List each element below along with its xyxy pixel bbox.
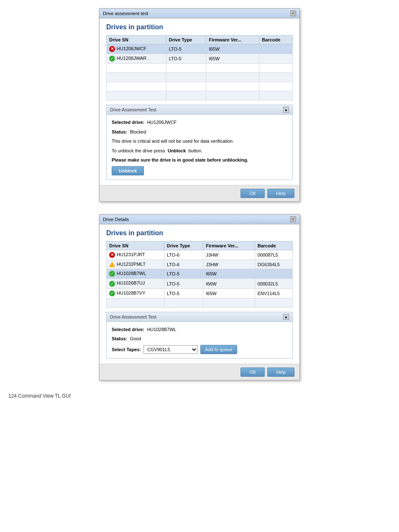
cell-sn: ✕HU1231PJRT [107,250,164,260]
table-row[interactable]: ✕HU1206JWCF LTO-5 I65W [107,44,293,54]
dialog2-titlebar: Drive Details × [100,215,299,224]
dialog2-drives-table: Drive SN Drive Type Firmware Ver... Barc… [106,241,293,308]
page-footer: 124 Command View TL GUI [8,393,391,399]
cell-type [166,82,206,91]
cell-sn: ✓HU1206JWAR [107,54,166,64]
ok-icon: ✓ [109,290,115,296]
dialog2-close-button[interactable]: × [290,216,296,222]
dialog2-assessment-section: Drive Assessment Test ▲ Selected drive: … [106,312,293,359]
dialog1-collapse-button[interactable]: ▲ [283,107,289,113]
cell-type: LTO-5 [166,44,206,54]
cell-type: LTO-5 [164,269,203,279]
table-row[interactable] [107,298,293,307]
warning-icon [109,262,115,267]
dialog1-ok-button[interactable]: OK [240,189,265,198]
dialog1-selected-drive: Selected drive: HU1206JWCF [112,119,287,126]
cell-barcode [259,73,293,82]
cell-type [164,298,203,307]
cell-firmware: J3HW [203,260,255,269]
dialog1-close-button[interactable]: × [290,10,296,16]
dialog1-titlebar: Drive assessment test × [100,9,299,18]
cell-type: LTO-6 [164,260,203,269]
cell-firmware [206,91,259,100]
dialog2-selected-drive: Selected drive: HU1028B7WL [112,326,287,333]
cell-firmware [206,64,259,73]
error-icon: ✕ [109,46,115,52]
col-drive-type: Drive Type [166,36,206,44]
cell-sn [107,73,166,82]
dialog1-line2-suffix: button. [188,148,202,153]
cell-type [166,64,206,73]
dialog2-help-button[interactable]: Help [267,368,294,377]
cell-sn: HU1232PMLT [107,260,164,269]
dialog2-body: Drives in partition Drive SN Drive Type … [100,224,299,364]
cell-barcode [259,82,293,91]
cell-firmware: I66W [203,279,255,288]
ok-icon: ✓ [109,56,115,62]
dialog1-assessment-title: Drive Assessment Test [110,107,156,112]
col-barcode: Barcode [259,36,293,44]
col-drive-type: Drive Type [164,241,203,250]
cell-type [166,73,206,82]
select-tapes-row: Select Tapes: CGV901L5 Add to queue [112,345,287,354]
table-row[interactable] [107,82,293,91]
cell-barcode [255,269,292,279]
dialog1-warning: Please make sure the drive is in good st… [112,157,287,164]
dialog1-line2-text: To unblock the drive press [112,148,165,153]
dialog1-assessment-section: Drive Assessment Test ▲ Selected drive: … [106,105,293,180]
tape-select-dropdown[interactable]: CGV901L5 [143,345,198,354]
cell-sn: ✓HU1026B7UJ [107,279,164,288]
cell-barcode [259,91,293,100]
dialog1-status-value: Blocked [130,129,146,134]
table-row[interactable]: ✓HU1026B7UJ LTO-5 I66W 000032L5 [107,279,293,288]
dialog1-assessment-header: Drive Assessment Test ▲ [107,105,292,115]
dialog2-status: Status: Good [112,335,287,342]
dialog1-line1: This drive is critical and will not be u… [112,138,287,145]
ok-icon: ✓ [109,271,115,277]
cell-sn [107,64,166,73]
cell-firmware: I65W [206,54,259,64]
cell-barcode: DG6354L5 [255,260,292,269]
ok-icon: ✓ [109,281,115,287]
dialog-assessment-test: Drive assessment test × Drives in partit… [99,8,300,202]
dialog1-selected-value: HU1206JWCF [147,120,176,125]
dialog2-assessment-header: Drive Assessment Test ▲ [107,312,292,322]
cell-type [166,91,206,100]
col-barcode: Barcode [255,241,292,250]
cell-sn [107,91,166,100]
cell-firmware: I65W [203,288,255,298]
table-row[interactable]: ✓HU1028B7WL LTO-5 I65W [107,269,293,279]
table-row[interactable] [107,91,293,100]
select-tapes-label: Select Tapes: [112,347,141,352]
cell-barcode [259,64,293,73]
table-row[interactable]: ✓HU1028B7VY LTO-5 I65W ENV114L5 [107,288,293,298]
dialog1-body: Drives in partition Drive SN Drive Type … [100,18,299,185]
dialog2-ok-button[interactable]: OK [240,368,265,377]
cell-barcode [259,54,293,64]
cell-sn: ✕HU1206JWCF [107,44,166,54]
cell-barcode: 000032L5 [255,279,292,288]
cell-firmware [203,298,255,307]
error-icon: ✕ [109,252,115,258]
unblock-button[interactable]: Unblock [112,166,144,175]
table-header-row: Drive SN Drive Type Firmware Ver... Barc… [107,36,293,44]
dialog2-footer: OK Help [100,364,299,380]
table-row[interactable]: ✓HU1206JWAR LTO-5 I65W [107,54,293,64]
dialog1-status: Status: Blocked [112,129,287,136]
dialog1-assessment-body: Selected drive: HU1206JWCF Status: Block… [107,115,292,180]
table-row[interactable] [107,64,293,73]
dialog2-status-label: Status: [112,336,127,341]
add-to-queue-button[interactable]: Add to queue [200,345,237,354]
cell-barcode: 000087L5 [255,250,292,260]
table-row[interactable]: HU1232PMLT LTO-6 J3HW DG6354L5 [107,260,293,269]
dialog1-help-button[interactable]: Help [267,189,294,198]
table-row[interactable] [107,73,293,82]
dialog2-collapse-button[interactable]: ▲ [283,314,289,320]
dialog1-selected-label: Selected drive: [112,120,144,125]
cell-firmware: I65W [203,269,255,279]
cell-firmware: J3HW [203,250,255,260]
cell-type: LTO-5 [164,279,203,288]
dialog2-assessment-title: Drive Assessment Test [110,314,156,319]
table-row[interactable]: ✕HU1231PJRT LTO-6 J3HW 000087L5 [107,250,293,260]
dialog2-assessment-body: Selected drive: HU1028B7WL Status: Good … [107,322,292,358]
